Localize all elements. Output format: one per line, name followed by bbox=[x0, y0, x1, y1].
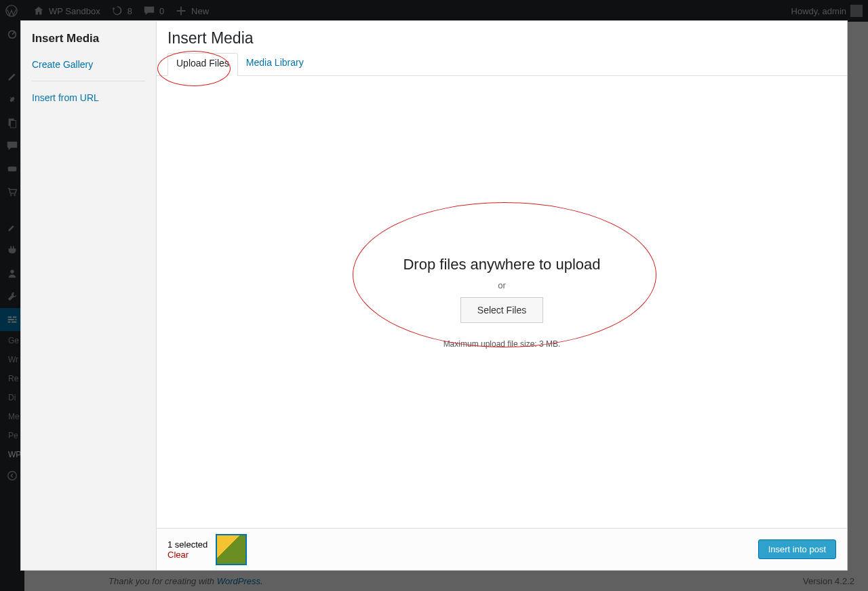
modal-header: Insert Media bbox=[157, 21, 847, 47]
max-size-text: Maximum upload file size: 3 MB. bbox=[443, 339, 561, 349]
drop-text: Drop files anywhere to upload bbox=[403, 256, 600, 273]
selected-thumbnail[interactable] bbox=[216, 534, 247, 565]
upload-area[interactable]: Drop files anywhere to upload or Select … bbox=[157, 76, 847, 528]
create-gallery-link[interactable]: Create Gallery bbox=[32, 55, 145, 74]
or-text: or bbox=[498, 280, 506, 290]
divider bbox=[32, 81, 145, 81]
insert-into-post-button[interactable]: Insert into post bbox=[758, 539, 836, 559]
insert-from-url-link[interactable]: Insert from URL bbox=[32, 88, 145, 107]
modal-title: Insert Media bbox=[167, 29, 836, 47]
modal-main: Insert Media Upload Files Media Library … bbox=[157, 21, 847, 570]
selection: 1 selected Clear bbox=[167, 534, 247, 565]
media-toolbar: 1 selected Clear Insert into post bbox=[157, 528, 847, 570]
tab-media-library[interactable]: Media Library bbox=[238, 53, 312, 75]
media-modal: ✕ Insert Media Create Gallery Insert fro… bbox=[20, 20, 848, 571]
modal-sidebar-title: Insert Media bbox=[32, 32, 145, 45]
clear-selection-link[interactable]: Clear bbox=[167, 550, 208, 560]
select-files-button[interactable]: Select Files bbox=[460, 297, 543, 323]
selected-count: 1 selected bbox=[167, 539, 208, 550]
tab-upload-files[interactable]: Upload Files bbox=[167, 53, 238, 76]
media-tabs: Upload Files Media Library bbox=[157, 47, 847, 76]
modal-sidebar: Insert Media Create Gallery Insert from … bbox=[21, 21, 157, 570]
